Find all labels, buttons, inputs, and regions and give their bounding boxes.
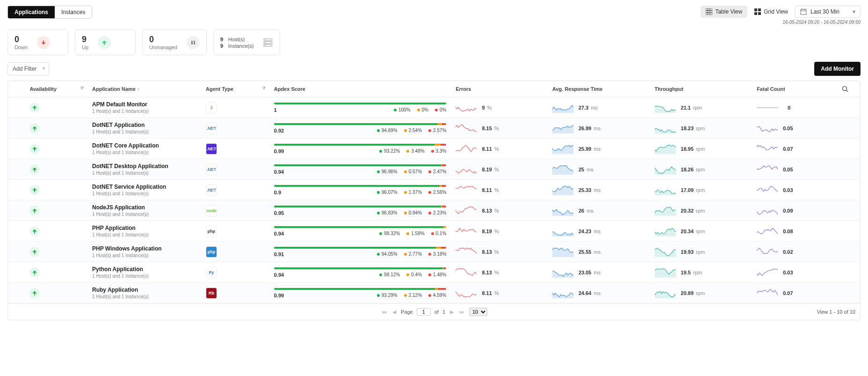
- table-row[interactable]: NodeJS Application 1 Host(s) and 1 Insta…: [8, 200, 860, 221]
- hosts-count: 9: [220, 37, 227, 42]
- table-row[interactable]: DotNET Core Application 1 Host(s) and 1 …: [8, 139, 860, 159]
- page-first[interactable]: ⏮: [381, 309, 388, 315]
- time-range-label: Last 30 Min: [810, 8, 839, 15]
- apdex-cell: 0.92 94.89% 2.54% 2.57%: [274, 123, 447, 133]
- throughput-value: 17.09: [681, 187, 694, 193]
- application-name[interactable]: Python Application: [92, 266, 196, 273]
- application-sub: 1 Host(s) and 1 Instance(s): [92, 212, 196, 217]
- apdex-cell: 1 100% 0% 0%: [274, 103, 447, 113]
- col-apdex[interactable]: Apdex Score: [269, 81, 451, 97]
- table-row[interactable]: DotNET Service Application 1 Host(s) and…: [8, 180, 860, 200]
- table-row[interactable]: DotNET Application 1 Host(s) and 1 Insta…: [8, 118, 860, 139]
- page-size-select[interactable]: 10: [469, 308, 487, 316]
- page-prev[interactable]: ◀: [391, 309, 397, 315]
- apdex-frustrated: 1.48%: [428, 272, 446, 277]
- svg-rect-14: [194, 41, 195, 44]
- tab-instances[interactable]: Instances: [55, 6, 92, 18]
- page-last[interactable]: ⏭: [458, 309, 465, 315]
- col-agent-type[interactable]: Agent Type⧩: [201, 81, 269, 97]
- time-range-select[interactable]: Last 30 Min ▾: [795, 6, 861, 18]
- table-row[interactable]: DotNET Desktop Application 1 Host(s) and…: [8, 159, 860, 180]
- apdex-frustrated: 2.56%: [428, 190, 446, 195]
- errors-unit: %: [493, 187, 499, 193]
- grid-view-label: Grid View: [764, 8, 788, 15]
- application-name[interactable]: DotNET Application: [92, 122, 196, 128]
- arrow-up-icon: [98, 36, 111, 49]
- apdex-tolerating: 2.12%: [404, 293, 422, 298]
- application-name[interactable]: PHP Windows Application: [92, 245, 196, 252]
- application-name[interactable]: DotNET Core Application: [92, 142, 196, 149]
- throughput-unit: rpm: [694, 208, 705, 214]
- errors-unit: %: [493, 146, 499, 152]
- throughput-value: 20.89: [681, 290, 694, 296]
- fatal-value: 0.05: [783, 125, 793, 131]
- application-name[interactable]: DotNET Service Application: [92, 184, 196, 190]
- table-row[interactable]: PHP Windows Application 1 Host(s) and 1 …: [8, 242, 860, 262]
- table-view-button[interactable]: Table View: [701, 6, 747, 18]
- card-down[interactable]: 0 Down: [7, 29, 68, 55]
- grid-view-button[interactable]: Grid View: [749, 6, 793, 18]
- errors-value: 8.11: [482, 290, 492, 296]
- col-resp[interactable]: Avg. Response Time: [548, 81, 650, 97]
- fatal-value: 0.08: [783, 229, 793, 234]
- apdex-satisfied: 98.32%: [379, 231, 400, 236]
- col-fatal[interactable]: Fatal Count: [752, 81, 837, 97]
- errors-value: 8.11: [482, 187, 492, 193]
- arrow-down-icon: [37, 36, 50, 49]
- fatal-value: 0.07: [783, 146, 793, 152]
- apdex-cell: 0.99 93.29% 2.12% 4.59%: [274, 288, 447, 298]
- card-up[interactable]: 9 Up: [75, 29, 136, 55]
- throughput-value: 19.5: [681, 270, 691, 275]
- availability-up-icon: [29, 247, 40, 257]
- col-errors[interactable]: Errors: [451, 81, 547, 97]
- availability-up-icon: [29, 267, 40, 278]
- col-app-name[interactable]: Application Name ↑: [87, 81, 201, 97]
- card-hosts[interactable]: 9 Host(s) 9 Instance(s): [213, 29, 280, 55]
- availability-up-icon: [29, 185, 40, 195]
- add-monitor-button[interactable]: Add Monitor: [814, 62, 861, 76]
- resp-unit: ms: [585, 208, 593, 214]
- svg-rect-9: [801, 9, 806, 15]
- errors-value: 8.13: [482, 270, 492, 275]
- apdex-bar: [274, 103, 447, 104]
- application-name[interactable]: Ruby Application: [92, 287, 196, 293]
- resp-unit: ms: [592, 249, 600, 255]
- page-tabs: Applications Instances: [7, 6, 92, 19]
- errors-value: 8.13: [482, 249, 492, 255]
- resp-unit: ms: [585, 167, 593, 172]
- page-input[interactable]: [417, 308, 431, 316]
- availability-up-icon: [29, 226, 40, 236]
- apdex-cell: 0.9 96.07% 1.37% 2.56%: [274, 185, 447, 195]
- tab-applications[interactable]: Applications: [8, 6, 55, 18]
- resp-value: 25.99: [579, 146, 592, 152]
- table-row[interactable]: Ruby Application 1 Host(s) and 1 Instanc…: [8, 283, 860, 303]
- table-row[interactable]: Python Application 1 Host(s) and 1 Insta…: [8, 262, 860, 283]
- throughput-unit: rpm: [694, 146, 705, 152]
- application-name[interactable]: PHP Application: [92, 225, 196, 231]
- apdex-tolerating: 3.48%: [406, 148, 424, 154]
- table-row[interactable]: PHP Application 1 Host(s) and 1 Instance…: [8, 221, 860, 242]
- apdex-satisfied: 96.07%: [377, 190, 398, 195]
- application-name[interactable]: APM Default Monitor: [92, 101, 196, 108]
- resp-unit: ms: [589, 105, 598, 111]
- svg-rect-7: [754, 12, 757, 15]
- apdex-bar: [274, 206, 447, 207]
- instances-label: Instance(s): [228, 43, 253, 49]
- application-sub: 1 Host(s) and 1 Instance(s): [92, 273, 196, 279]
- col-availability[interactable]: Availability⧩: [25, 81, 87, 97]
- col-throughput[interactable]: Throughput: [650, 81, 752, 97]
- svg-line-22: [846, 90, 848, 92]
- filter-icon[interactable]: ⧩: [262, 86, 266, 91]
- application-sub: 1 Host(s) and 1 Instance(s): [92, 109, 196, 114]
- page-next[interactable]: ▶: [449, 309, 455, 315]
- application-name[interactable]: DotNET Desktop Application: [92, 163, 196, 170]
- application-name[interactable]: NodeJS Application: [92, 204, 196, 211]
- table-row[interactable]: APM Default Monitor 1 Host(s) and 1 Inst…: [8, 97, 860, 118]
- application-sub: 1 Host(s) and 1 Instance(s): [92, 191, 196, 196]
- filter-icon[interactable]: ⧩: [80, 86, 84, 91]
- add-filter-dropdown[interactable]: Add Filter: [7, 62, 49, 75]
- search-column[interactable]: [837, 81, 860, 97]
- unmanaged-label: Unmanaged: [149, 44, 177, 50]
- card-unmanaged[interactable]: 0 Unmanaged: [142, 29, 207, 55]
- errors-unit: %: [486, 105, 492, 111]
